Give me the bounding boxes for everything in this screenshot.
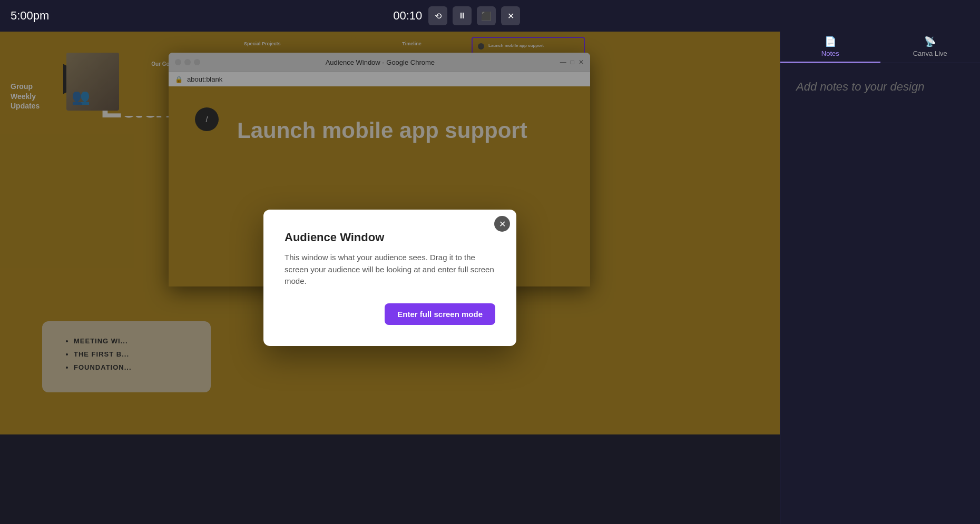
top-bar: 5:00pm 00:10 ⟲ ⏸ ⬛ ✕ — [0, 0, 980, 32]
rewind-button[interactable]: ⟲ — [428, 6, 447, 25]
panel-tabs: 📄 Notes 📡 Canva Live — [780, 32, 980, 63]
modal-overlay: ✕ Audience Window This window is what yo… — [0, 32, 780, 524]
canva-live-tab-label: Canva Live — [913, 50, 947, 57]
modal-description: This window is what your audience sees. … — [285, 252, 495, 288]
current-time: 5:00pm — [11, 9, 49, 23]
modal-actions: Enter full screen mode — [285, 303, 495, 325]
main-content: / Launc MEETING WI... THE FIRST B... FOU… — [0, 32, 980, 524]
canva-live-icon: 📡 — [924, 36, 936, 47]
notes-placeholder: Add notes to your design — [780, 63, 980, 524]
tab-notes[interactable]: 📄 Notes — [780, 32, 880, 63]
tab-canva-live[interactable]: 📡 Canva Live — [880, 32, 981, 63]
close-presentation-button[interactable]: ✕ — [501, 6, 520, 25]
audience-window-modal: ✕ Audience Window This window is what yo… — [263, 210, 516, 346]
timer-display: 00:10 — [393, 9, 422, 23]
right-panel: 📄 Notes 📡 Canva Live Add notes to your d… — [780, 32, 980, 524]
modal-title: Audience Window — [285, 231, 495, 244]
top-bar-controls: ⟲ ⏸ ⬛ ✕ — [428, 6, 520, 25]
top-bar-center: 00:10 ⟲ ⏸ ⬛ ✕ — [393, 6, 520, 25]
notes-tab-label: Notes — [821, 50, 839, 57]
notes-icon: 📄 — [825, 36, 836, 47]
notes-placeholder-text: Add notes to your design — [796, 79, 924, 95]
pause-button[interactable]: ⏸ — [453, 6, 472, 25]
modal-close-button[interactable]: ✕ — [494, 216, 510, 232]
slide-area: / Launc MEETING WI... THE FIRST B... FOU… — [0, 32, 780, 524]
captions-button[interactable]: ⬛ — [477, 6, 496, 25]
fullscreen-button[interactable]: Enter full screen mode — [385, 303, 495, 325]
